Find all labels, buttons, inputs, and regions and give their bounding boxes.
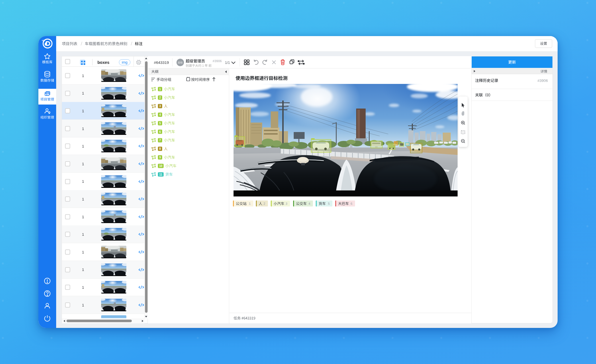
svg-text:3: 3 bbox=[159, 105, 161, 108]
svg-text:1: 1 bbox=[82, 144, 84, 148]
svg-text:11: 11 bbox=[159, 173, 162, 176]
svg-text:8: 8 bbox=[159, 147, 161, 150]
svg-text:6: 6 bbox=[351, 202, 352, 205]
svg-text:img: img bbox=[122, 60, 128, 64]
svg-text:1: 1 bbox=[82, 162, 84, 166]
svg-text:1: 1 bbox=[82, 267, 84, 272]
svg-text:1: 1 bbox=[82, 179, 84, 184]
svg-text:7: 7 bbox=[159, 139, 161, 142]
svg-text:1: 1 bbox=[82, 127, 84, 131]
svg-text:1: 1 bbox=[82, 197, 84, 201]
svg-text:9: 9 bbox=[159, 156, 161, 159]
svg-text:#3906: #3906 bbox=[538, 78, 548, 83]
svg-text:5: 5 bbox=[328, 202, 330, 205]
svg-text:10: 10 bbox=[159, 164, 162, 168]
svg-text:6: 6 bbox=[159, 130, 161, 133]
svg-text:1: 1 bbox=[82, 109, 84, 113]
svg-text:1: 1 bbox=[249, 202, 251, 205]
svg-text:boxes: boxes bbox=[97, 60, 109, 65]
svg-text:1: 1 bbox=[82, 74, 84, 78]
svg-text:3: 3 bbox=[286, 202, 287, 205]
svg-text:4: 4 bbox=[309, 202, 311, 205]
svg-text:1: 1 bbox=[82, 250, 84, 254]
svg-text:1: 1 bbox=[159, 88, 161, 91]
svg-text:1/1: 1/1 bbox=[225, 61, 230, 65]
svg-text:5: 5 bbox=[159, 122, 161, 125]
svg-text:1: 1 bbox=[82, 215, 84, 219]
svg-text:2: 2 bbox=[159, 96, 161, 99]
svg-text:2: 2 bbox=[264, 202, 265, 205]
svg-text:#3906: #3906 bbox=[213, 59, 222, 63]
svg-text:1: 1 bbox=[82, 91, 84, 95]
svg-text:1: 1 bbox=[82, 285, 84, 290]
svg-text:4: 4 bbox=[159, 113, 161, 116]
svg-text:#643319: #643319 bbox=[154, 60, 169, 65]
svg-text:1: 1 bbox=[82, 303, 84, 307]
svg-text:1: 1 bbox=[82, 232, 84, 237]
